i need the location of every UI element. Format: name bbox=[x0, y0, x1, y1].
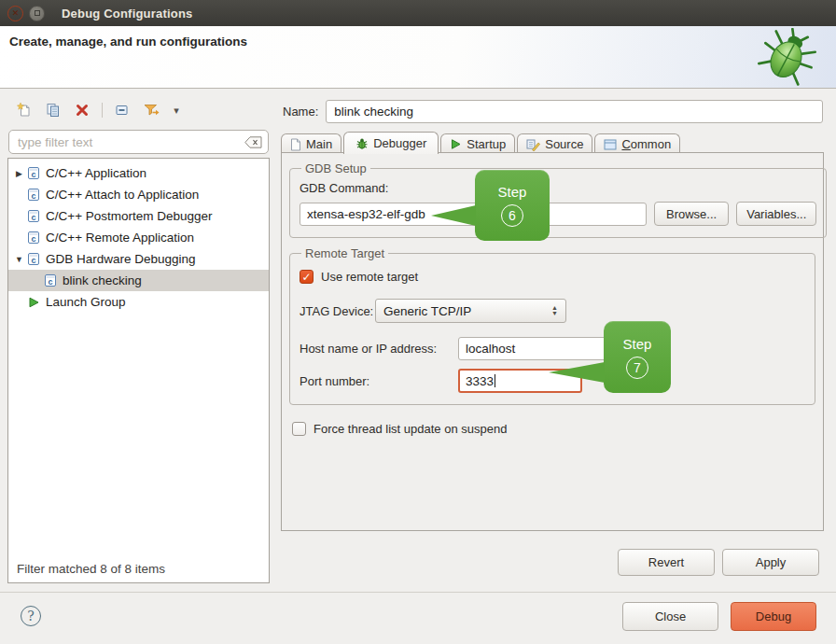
toolbar-separator bbox=[102, 103, 103, 118]
clear-filter-icon bbox=[244, 136, 262, 148]
toolbar-menu-button[interactable]: ▾ bbox=[171, 101, 182, 119]
step-7-number: 7 bbox=[626, 357, 648, 379]
help-button[interactable]: ? bbox=[21, 606, 41, 626]
name-input[interactable] bbox=[326, 100, 823, 123]
editor-tabbar: Main Debugger Startup bbox=[281, 131, 823, 153]
use-remote-target-label: Use remote target bbox=[321, 270, 418, 284]
host-label: Host name or IP address: bbox=[300, 342, 458, 356]
filter-input[interactable] bbox=[8, 130, 269, 154]
tree-item-label: C/C++ Remote Application bbox=[46, 231, 194, 245]
step-7-callout: Step 7 bbox=[604, 321, 671, 393]
launch-group-icon bbox=[26, 296, 41, 309]
svg-text:c: c bbox=[31, 191, 35, 201]
header-banner: Create, manage, and run configurations bbox=[0, 26, 836, 89]
duplicate-configuration-button[interactable] bbox=[44, 101, 63, 119]
window-title: Debug Configurations bbox=[62, 7, 193, 21]
clear-filter-button[interactable] bbox=[244, 136, 262, 151]
debug-configurations-dialog: ✕ Debug Configurations Create, manage, a… bbox=[0, 0, 836, 644]
tree-item-blink-checking[interactable]: c blink checking bbox=[8, 270, 269, 291]
collapse-all-icon bbox=[115, 103, 130, 118]
apply-button[interactable]: Apply bbox=[722, 549, 819, 576]
jtag-device-label: JTAG Device: bbox=[300, 304, 375, 318]
port-label: Port number: bbox=[300, 374, 458, 388]
remote-target-legend: Remote Target bbox=[301, 246, 388, 260]
table-icon bbox=[604, 139, 617, 150]
force-thread-row: Force thread list update on suspend bbox=[292, 422, 823, 436]
filter-configurations-button[interactable] bbox=[142, 101, 160, 119]
c-config-icon: c bbox=[26, 209, 41, 223]
tree-item-label: C/C++ Attach to Application bbox=[46, 188, 199, 202]
force-thread-label: Force thread list update on suspend bbox=[314, 422, 507, 436]
c-config-icon: c bbox=[26, 231, 41, 245]
tree-item-label: Launch Group bbox=[46, 295, 126, 309]
titlebar: ✕ Debug Configurations bbox=[0, 0, 836, 26]
step-6-callout: Step 6 bbox=[475, 170, 550, 241]
configuration-editor: Name: Main Debugger Startup bbox=[279, 95, 829, 583]
gdb-setup-group: GDB Setup GDB Command: Browse... Variabl… bbox=[289, 161, 827, 238]
use-remote-target-row: ✓ Use remote target bbox=[300, 270, 805, 284]
svg-text:c: c bbox=[31, 170, 35, 179]
svg-text:c: c bbox=[31, 213, 35, 222]
configurations-sidebar: ▾ ▶ c C/C++ Application bbox=[7, 95, 270, 583]
filter-status: Filter matched 8 of 8 items bbox=[17, 562, 165, 576]
text-cursor bbox=[495, 374, 495, 387]
window-close-button[interactable]: ✕ bbox=[7, 6, 23, 21]
tab-debugger[interactable]: Debugger bbox=[343, 132, 439, 154]
window-restore-button[interactable] bbox=[29, 6, 45, 21]
tree-item-cpp-attach[interactable]: c C/C++ Attach to Application bbox=[8, 184, 269, 205]
file-icon bbox=[290, 138, 301, 151]
tab-source[interactable]: Source bbox=[517, 133, 592, 154]
svg-text:c: c bbox=[48, 277, 52, 287]
tree-item-cpp-postmortem[interactable]: c C/C++ Postmortem Debugger bbox=[8, 205, 269, 227]
expander-expanded-icon[interactable]: ▼ bbox=[12, 255, 26, 264]
tab-main[interactable]: Main bbox=[281, 133, 341, 154]
filter-icon bbox=[143, 103, 160, 118]
tree-item-label: GDB Hardware Debugging bbox=[46, 252, 196, 266]
bug-icon bbox=[355, 137, 369, 150]
checkmark-icon: ✓ bbox=[301, 271, 311, 284]
port-value: 3333 bbox=[466, 374, 494, 388]
name-label: Name: bbox=[283, 105, 318, 119]
tab-startup[interactable]: Startup bbox=[440, 133, 515, 154]
gdb-command-label: GDB Command: bbox=[300, 181, 816, 195]
jtag-device-select[interactable]: Generic TCP/IP ▲ ▼ bbox=[375, 299, 566, 323]
expander-collapsed-icon[interactable]: ▶ bbox=[12, 169, 26, 178]
c-config-icon: c bbox=[26, 166, 41, 180]
footer-divider bbox=[0, 592, 836, 593]
c-config-icon: c bbox=[26, 188, 41, 202]
host-input[interactable] bbox=[458, 337, 612, 360]
revert-button[interactable]: Revert bbox=[618, 549, 715, 576]
jtag-device-value: Generic TCP/IP bbox=[383, 304, 551, 318]
gdb-setup-legend: GDB Setup bbox=[301, 161, 370, 175]
svg-text:c: c bbox=[31, 256, 35, 265]
sidebar-toolbar: ▾ bbox=[7, 95, 270, 125]
c-config-icon: c bbox=[43, 273, 58, 287]
svg-text:c: c bbox=[31, 234, 35, 244]
tab-common[interactable]: Common bbox=[594, 133, 680, 154]
tree-item-gdb-hardware-debugging[interactable]: ▼ c GDB Hardware Debugging bbox=[8, 248, 269, 270]
c-config-icon: c bbox=[26, 252, 41, 266]
tree-item-launch-group[interactable]: Launch Group bbox=[8, 291, 269, 313]
step-6-number: 6 bbox=[501, 204, 523, 227]
duplicate-icon bbox=[46, 103, 61, 118]
callout-arrow-icon bbox=[431, 205, 476, 226]
use-remote-target-checkbox[interactable]: ✓ bbox=[300, 270, 314, 284]
debugger-tab-content: GDB Setup GDB Command: Browse... Variabl… bbox=[281, 152, 824, 531]
variables-button[interactable]: Variables... bbox=[736, 202, 816, 226]
new-config-icon bbox=[17, 103, 32, 118]
play-icon bbox=[450, 138, 462, 150]
force-thread-checkbox[interactable] bbox=[292, 422, 306, 436]
tree-item-label: C/C++ Postmortem Debugger bbox=[46, 209, 213, 223]
delete-configuration-button[interactable] bbox=[73, 101, 91, 119]
spinner-icon: ▲ ▼ bbox=[551, 305, 558, 315]
tree-item-cpp-application[interactable]: ▶ c C/C++ Application bbox=[8, 162, 269, 184]
tree-item-cpp-remote[interactable]: c C/C++ Remote Application bbox=[8, 227, 269, 248]
debug-button[interactable]: Debug bbox=[731, 602, 816, 631]
browse-button[interactable]: Browse... bbox=[654, 202, 729, 226]
collapse-all-button[interactable] bbox=[113, 101, 132, 119]
editor-buttons: Revert Apply bbox=[618, 549, 819, 576]
filter-field-wrap bbox=[8, 130, 269, 154]
banner-title: Create, manage, and run configurations bbox=[9, 35, 247, 49]
close-button[interactable]: Close bbox=[622, 602, 718, 631]
new-configuration-button[interactable] bbox=[15, 101, 34, 119]
